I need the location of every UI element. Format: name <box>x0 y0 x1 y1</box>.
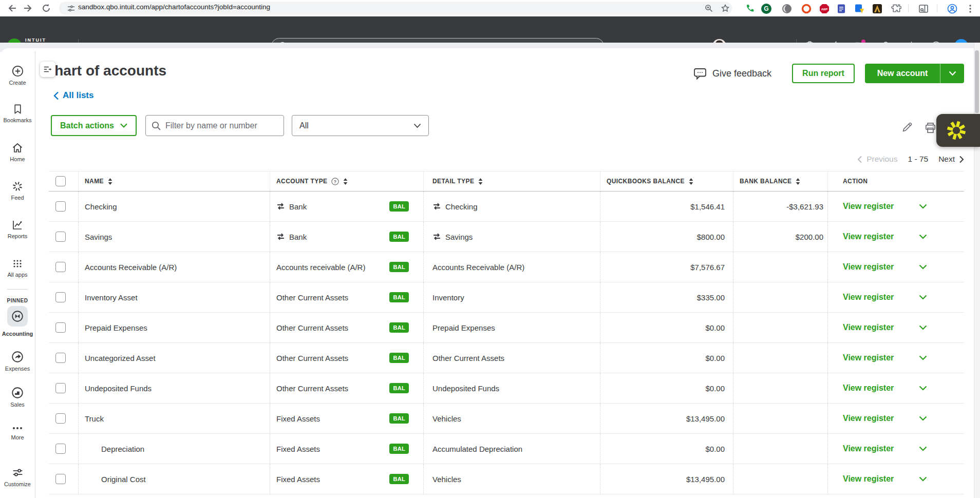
assistant-widget-overlay[interactable] <box>936 114 980 147</box>
row-checkbox[interactable] <box>55 292 66 302</box>
new-account-label[interactable]: New account <box>865 64 940 83</box>
filter-input[interactable]: Filter by name or number <box>145 115 284 136</box>
sort-icon[interactable] <box>108 178 112 185</box>
row-checkbox[interactable] <box>55 413 66 424</box>
view-register-link[interactable]: View register <box>843 232 894 241</box>
sort-icon[interactable] <box>689 178 693 185</box>
reload-icon[interactable] <box>41 3 51 13</box>
new-account-dropdown[interactable] <box>940 64 964 83</box>
view-register-link[interactable]: View register <box>843 262 894 272</box>
action-cell: View register <box>827 222 964 252</box>
forward-icon[interactable] <box>24 3 34 13</box>
action-dropdown-chevron[interactable] <box>919 476 927 482</box>
accounts-table: NAME ACCOUNT TYPE ? DETAIL TYPE QUICKBOO… <box>49 171 964 494</box>
ext-blue-doc-icon[interactable] <box>836 4 846 14</box>
next-page-button[interactable]: Next <box>938 155 964 164</box>
batch-actions-button[interactable]: Batch actions <box>51 115 137 136</box>
browser-profile-icon[interactable] <box>947 4 957 14</box>
view-register-link[interactable]: View register <box>843 474 894 484</box>
new-account-button[interactable]: New account <box>865 64 964 83</box>
collapse-sidebar-button[interactable] <box>40 62 55 77</box>
zoom-page-icon[interactable] <box>705 4 713 12</box>
quickbooks-balance: $0.00 <box>600 373 733 403</box>
sidebar-item-more[interactable]: More <box>0 424 35 440</box>
view-register-link[interactable]: View register <box>843 384 894 393</box>
bookmark-star-icon[interactable] <box>721 4 729 12</box>
sidebar-item-reports[interactable]: Reports <box>0 219 35 239</box>
account-name-cell: Undeposited Funds <box>78 373 270 403</box>
sales-icon <box>0 386 35 399</box>
edit-pencil-icon[interactable] <box>901 121 914 133</box>
row-checkbox[interactable] <box>55 201 66 212</box>
ext-phone-icon[interactable] <box>745 4 755 14</box>
ext-dark-a-icon[interactable] <box>872 4 882 14</box>
action-dropdown-chevron[interactable] <box>919 416 927 421</box>
sidebar-item-customize[interactable]: Customize <box>0 466 35 487</box>
row-checkbox[interactable] <box>55 474 66 484</box>
print-icon[interactable] <box>924 121 937 135</box>
select-all-checkbox[interactable] <box>55 176 66 186</box>
action-dropdown-chevron[interactable] <box>919 264 927 270</box>
ext-gray-icon[interactable] <box>782 4 792 14</box>
view-register-link[interactable]: View register <box>843 323 894 332</box>
sort-icon[interactable] <box>478 178 483 185</box>
scrollbar-thumb[interactable] <box>975 50 979 113</box>
back-icon[interactable] <box>6 3 16 13</box>
action-dropdown-chevron[interactable] <box>919 204 927 209</box>
action-dropdown-chevron[interactable] <box>919 355 927 360</box>
side-panel-icon[interactable] <box>918 4 929 14</box>
row-checkbox[interactable] <box>55 262 66 272</box>
view-register-link[interactable]: View register <box>843 293 894 302</box>
sidebar-item-feed[interactable]: Feed <box>0 180 35 201</box>
quickbooks-balance: $0.00 <box>600 434 733 464</box>
column-header-account-type[interactable]: ACCOUNT TYPE ? <box>270 171 423 191</box>
detail-type-cell: Prepaid Expenses <box>423 313 600 342</box>
previous-page-button[interactable]: Previous <box>857 155 897 164</box>
sidebar-item-accounting-label[interactable]: Accounting <box>0 329 35 337</box>
action-dropdown-chevron[interactable] <box>919 446 927 451</box>
type-filter-select[interactable]: All <box>292 115 429 136</box>
sidebar-item-create[interactable]: Create <box>0 65 35 86</box>
extensions-puzzle-icon[interactable] <box>891 4 901 14</box>
all-lists-link[interactable]: All lists <box>53 90 93 101</box>
account-name: Undeposited Funds <box>85 384 152 393</box>
browser-menu-icon[interactable] <box>967 4 974 14</box>
svg-text:ABP: ABP <box>821 8 828 11</box>
column-header-bank-balance[interactable]: BANK BALANCE <box>733 171 827 191</box>
url-text[interactable]: sandbox.qbo.intuit.com/app/chartofaccoun… <box>78 3 270 11</box>
sidebar-item-expenses[interactable]: Expenses <box>0 350 35 372</box>
row-checkbox[interactable] <box>55 444 66 454</box>
sidebar-item-sales[interactable]: Sales <box>0 386 35 408</box>
sidebar-item-bookmarks[interactable]: Bookmarks <box>0 103 35 123</box>
row-checkbox[interactable] <box>55 232 66 242</box>
run-report-button[interactable]: Run report <box>792 64 855 83</box>
row-checkbox[interactable] <box>55 383 66 393</box>
action-dropdown-chevron[interactable] <box>919 295 927 300</box>
row-checkbox[interactable] <box>55 353 66 363</box>
action-dropdown-chevron[interactable] <box>919 386 927 391</box>
give-feedback-link[interactable]: Give feedback <box>693 67 771 80</box>
ext-orange-ring-icon[interactable] <box>801 4 812 14</box>
help-icon[interactable]: ? <box>331 178 339 185</box>
sidebar-item-all-apps[interactable]: All apps <box>0 257 35 278</box>
action-dropdown-chevron[interactable] <box>919 234 927 239</box>
site-info-icon[interactable] <box>67 5 75 12</box>
ext-g-icon[interactable]: G <box>761 4 771 14</box>
row-checkbox[interactable] <box>55 322 66 333</box>
action-dropdown-chevron[interactable] <box>919 325 927 330</box>
view-register-link[interactable]: View register <box>843 202 894 211</box>
sidebar-item-home[interactable]: Home <box>0 142 35 162</box>
column-header-quickbooks-balance[interactable]: QUICKBOOKS BALANCE <box>600 171 733 191</box>
column-header-name[interactable]: NAME <box>78 171 270 191</box>
bank-transfer-icon <box>432 203 441 210</box>
view-register-link[interactable]: View register <box>843 353 894 362</box>
view-register-link[interactable]: View register <box>843 444 894 453</box>
ext-translate-icon[interactable] <box>854 4 864 14</box>
sidebar-item-accounting-selected[interactable] <box>7 306 28 327</box>
quickbooks-balance: $800.00 <box>600 222 733 252</box>
sort-icon[interactable] <box>796 178 800 185</box>
view-register-link[interactable]: View register <box>843 414 894 423</box>
sort-icon[interactable] <box>343 178 348 185</box>
column-header-detail-type[interactable]: DETAIL TYPE <box>423 171 600 191</box>
ext-abp-icon[interactable]: ABP <box>819 4 830 14</box>
